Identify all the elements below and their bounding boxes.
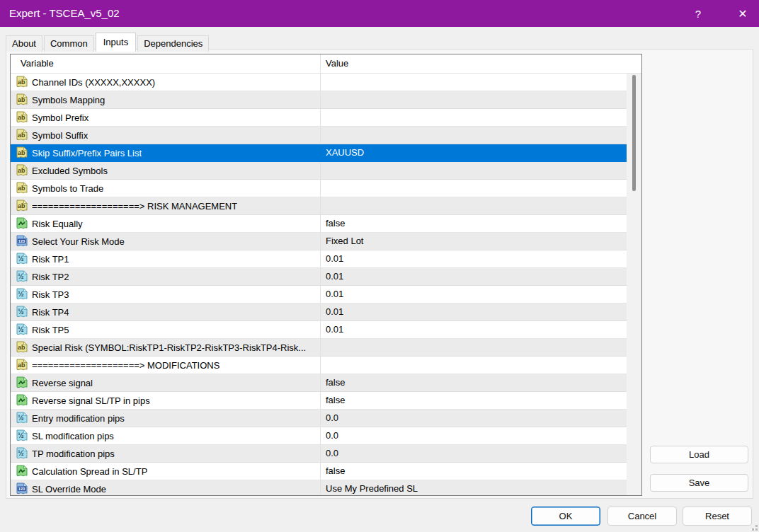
close-icon[interactable]: ✕ bbox=[726, 0, 759, 27]
variable-name: Risk TP1 bbox=[32, 254, 69, 265]
variable-value[interactable] bbox=[320, 91, 627, 108]
variable-name: Symbol Prefix bbox=[32, 112, 89, 123]
column-header-value[interactable]: Value bbox=[320, 54, 641, 73]
variable-value[interactable]: Use My Predefined SL bbox=[320, 480, 627, 496]
tab-common[interactable]: Common bbox=[44, 35, 94, 52]
table-row[interactable]: ab Excluded Symbols bbox=[11, 162, 627, 180]
tab-dependencies[interactable]: Dependencies bbox=[137, 35, 209, 52]
string-type-icon: ab bbox=[15, 181, 29, 195]
variable-value[interactable]: 0.01 bbox=[320, 268, 627, 285]
table-row[interactable]: ½ Risk TP1 0.01 bbox=[11, 250, 627, 268]
variable-name: Symbol Suffix bbox=[32, 130, 88, 141]
bool-type-icon bbox=[15, 216, 29, 231]
variable-value[interactable]: false bbox=[320, 392, 627, 409]
ok-button[interactable]: OK bbox=[531, 507, 600, 526]
table-row[interactable]: ab ====================> RISK MANAGEMENT bbox=[11, 197, 627, 215]
title-bar[interactable]: Expert - TSCEA_v5_02 ? ✕ bbox=[0, 0, 759, 27]
variable-value[interactable]: Fixed Lot bbox=[320, 233, 627, 250]
table-row[interactable]: 123 SL Override Mode Use My Predefined S… bbox=[11, 480, 627, 496]
expert-properties-dialog: Expert - TSCEA_v5_02 ? ✕ About Common In… bbox=[0, 0, 759, 532]
double-type-icon: ½ bbox=[15, 429, 29, 443]
variable-value[interactable]: false bbox=[320, 463, 627, 480]
table-row[interactable]: ab Special Risk (SYMBOL:RiskTP1-RiskTP2-… bbox=[11, 339, 627, 357]
variable-name: Risk TP4 bbox=[32, 307, 69, 318]
variable-value[interactable]: 0.0 bbox=[320, 427, 627, 444]
tab-about[interactable]: About bbox=[6, 35, 42, 52]
variable-name: Symbols to Trade bbox=[32, 183, 103, 194]
reset-button[interactable]: Reset bbox=[683, 507, 752, 526]
variable-value[interactable]: 0.01 bbox=[320, 303, 627, 320]
vertical-scrollbar[interactable] bbox=[627, 74, 641, 495]
table-row[interactable]: ab Symbols Mapping bbox=[11, 91, 627, 109]
string-type-icon: ab bbox=[15, 199, 29, 213]
variable-value[interactable] bbox=[320, 74, 627, 91]
column-header-variable[interactable]: Variable bbox=[11, 54, 320, 73]
variable-value[interactable]: XAUUSD bbox=[320, 144, 627, 161]
tab-strip: About Common Inputs Dependencies bbox=[6, 33, 210, 52]
svg-text:½: ½ bbox=[18, 414, 23, 422]
svg-text:ab: ab bbox=[18, 167, 25, 174]
table-row[interactable]: 123 Select Your Risk Mode Fixed Lot bbox=[11, 233, 627, 250]
variable-value[interactable]: 0.0 bbox=[320, 410, 627, 427]
variable-value[interactable] bbox=[320, 180, 627, 197]
svg-text:½: ½ bbox=[18, 272, 23, 280]
variable-value[interactable]: false bbox=[320, 374, 627, 391]
scrollbar-thumb[interactable] bbox=[632, 75, 636, 191]
table-row[interactable]: Reverse signal SL/TP in pips false bbox=[11, 392, 627, 410]
variable-name: ====================> RISK MANAGEMENT bbox=[32, 201, 237, 212]
variable-name: Risk TP3 bbox=[32, 289, 69, 300]
table-row[interactable]: Risk Equally false bbox=[11, 215, 627, 233]
variable-name: Special Risk (SYMBOL:RiskTP1-RiskTP2-Ris… bbox=[32, 342, 306, 353]
help-button[interactable]: ? bbox=[682, 0, 714, 27]
table-row[interactable]: ab Channel IDs (XXXXX,XXXXX) bbox=[11, 74, 627, 91]
variable-name: Channel IDs (XXXXX,XXXXX) bbox=[32, 77, 155, 88]
cancel-button[interactable]: Cancel bbox=[607, 507, 677, 526]
variable-value[interactable]: false bbox=[320, 215, 627, 232]
table-row[interactable]: ab Symbols to Trade bbox=[11, 180, 627, 197]
string-type-icon: ab bbox=[15, 93, 29, 107]
resize-grip-icon[interactable] bbox=[751, 524, 758, 531]
table-row[interactable]: ½ Risk TP2 0.01 bbox=[11, 268, 627, 286]
inputs-table: Variable Value ab Channel IDs (XXXXX,XXX… bbox=[10, 54, 642, 496]
table-row[interactable]: ab Symbol Suffix bbox=[11, 127, 627, 144]
variable-name: Reverse signal SL/TP in pips bbox=[32, 395, 150, 406]
string-type-icon: ab bbox=[15, 163, 29, 178]
load-button[interactable]: Load bbox=[650, 446, 748, 463]
variable-name: Risk Equally bbox=[32, 219, 83, 229]
svg-text:ab: ab bbox=[18, 362, 25, 369]
table-row[interactable]: ½ Entry modification pips 0.0 bbox=[11, 410, 627, 427]
bool-type-icon bbox=[15, 393, 29, 407]
table-row[interactable]: ab Symbol Prefix bbox=[11, 109, 627, 127]
table-row[interactable]: ½ SL modification pips 0.0 bbox=[11, 427, 627, 445]
variable-value[interactable] bbox=[320, 127, 627, 144]
save-button[interactable]: Save bbox=[650, 474, 748, 492]
table-row[interactable]: Calculation Spread in SL/TP false bbox=[11, 463, 627, 480]
svg-text:ab: ab bbox=[18, 185, 25, 192]
variable-value[interactable]: 0.01 bbox=[320, 321, 627, 338]
table-body: ab Channel IDs (XXXXX,XXXXX) ab Symbols … bbox=[11, 74, 627, 495]
double-type-icon: ½ bbox=[15, 252, 29, 266]
table-row[interactable]: ½ Risk TP4 0.01 bbox=[11, 303, 627, 321]
table-row[interactable]: ab Skip Suffix/Prefix Pairs List XAUUSD bbox=[11, 144, 627, 162]
variable-value[interactable]: 0.01 bbox=[320, 250, 627, 267]
variable-value[interactable] bbox=[320, 339, 627, 356]
string-type-icon: ab bbox=[15, 358, 29, 372]
table-row[interactable]: ½ Risk TP3 0.01 bbox=[11, 286, 627, 303]
table-row[interactable]: ½ TP modification pips 0.0 bbox=[11, 445, 627, 463]
variable-name: Select Your Risk Mode bbox=[32, 236, 125, 247]
double-type-icon: ½ bbox=[15, 270, 29, 284]
table-row[interactable]: Reverse signal false bbox=[11, 374, 627, 392]
variable-value[interactable]: 0.01 bbox=[320, 286, 627, 303]
tab-inputs[interactable]: Inputs bbox=[96, 33, 136, 52]
variable-value[interactable] bbox=[320, 197, 627, 214]
variable-value[interactable]: 0.0 bbox=[320, 445, 627, 462]
table-row[interactable]: ½ Risk TP5 0.01 bbox=[11, 321, 627, 339]
table-row[interactable]: ab ====================> MODIFICATIONS bbox=[11, 357, 627, 374]
variable-name: SL Override Mode bbox=[32, 484, 106, 495]
variable-value[interactable] bbox=[320, 357, 627, 374]
svg-text:½: ½ bbox=[18, 308, 23, 316]
variable-value[interactable] bbox=[320, 162, 627, 179]
variable-value[interactable] bbox=[320, 109, 627, 126]
variable-name: Excluded Symbols bbox=[32, 166, 108, 176]
svg-text:ab: ab bbox=[18, 114, 25, 121]
